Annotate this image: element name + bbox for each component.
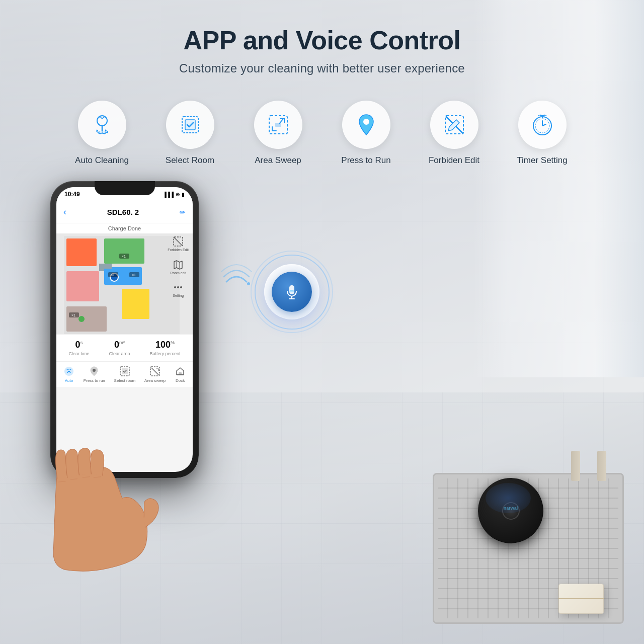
feature-forbiden-edit: Forbiden Edit <box>419 101 490 166</box>
hand-svg <box>15 439 186 584</box>
area-sweep-icon-circle <box>254 101 302 149</box>
map-area[interactable]: ×1 ×1 ×1 ×1 <box>56 233 193 334</box>
nav-area-label: Area sweep <box>144 378 166 383</box>
svg-text:×1: ×1 <box>111 273 115 277</box>
svg-text:×1: ×1 <box>122 255 126 258</box>
svg-rect-29 <box>99 264 104 271</box>
press-to-run-icon-circle <box>342 101 390 149</box>
status-time: 10:49 <box>64 191 80 198</box>
forbid-panel-icon <box>173 236 184 247</box>
forbiden-edit-panel[interactable]: Forbiden Edit <box>168 236 189 252</box>
voice-button-area <box>252 252 332 332</box>
voice-ripple <box>252 252 332 332</box>
timer-setting-icon-circle <box>518 101 567 149</box>
feature-press-to-run: Press to Run <box>331 101 401 166</box>
auto-cleaning-icon-circle <box>78 101 126 149</box>
auto-cleaning-label: Auto Cleaning <box>75 155 129 166</box>
area-icon <box>265 112 291 138</box>
select-room-icon-circle <box>166 101 214 149</box>
forbiden-edit-panel-label: Forbiden Edit <box>168 248 189 252</box>
room-nav-icon <box>119 366 130 377</box>
svg-rect-25 <box>66 271 99 301</box>
wifi-icon: ⊛ <box>176 192 180 197</box>
package-decoration <box>558 584 604 614</box>
stat-clear-area-value: 0m² <box>109 340 130 350</box>
stat-clear-area: 0m² Clear area <box>109 340 130 356</box>
svg-rect-23 <box>66 238 97 266</box>
nav-auto[interactable]: Auto <box>63 366 74 383</box>
svg-line-50 <box>70 369 71 370</box>
svg-text:×1: ×1 <box>71 313 75 317</box>
voice-button[interactable] <box>264 264 319 319</box>
auto-nav-icon <box>63 366 74 377</box>
feature-area-sweep: Area Sweep <box>243 101 313 166</box>
nav-auto-label: Auto <box>65 378 73 383</box>
page-subtitle: Customize your cleaning with better user… <box>10 61 634 75</box>
svg-line-19 <box>542 124 546 126</box>
svg-point-51 <box>93 369 96 372</box>
area-nav-icon <box>149 366 160 377</box>
forbid-icon <box>441 112 467 138</box>
charge-status: Charge Done <box>56 223 193 233</box>
app-header: ‹ SDL60. 2 ✏ <box>56 201 193 223</box>
stat-battery-label: Battery percent <box>149 351 180 356</box>
voice-button-inner <box>272 272 312 312</box>
nav-press-to-run[interactable]: Press to run <box>84 366 105 383</box>
nav-room-label: Select room <box>114 378 136 383</box>
nav-area-sweep[interactable]: Area sweep <box>144 366 166 383</box>
stat-battery-unit: % <box>171 340 175 345</box>
header-section: APP and Voice Control Customize your cle… <box>0 0 644 86</box>
hand-holding-phone <box>15 439 187 586</box>
floor-map: ×1 ×1 ×1 ×1 <box>64 236 180 334</box>
svg-point-13 <box>363 119 369 125</box>
page-title: APP and Voice Control <box>10 25 634 55</box>
svg-rect-27 <box>122 289 149 319</box>
robot-body: narwal <box>478 478 543 543</box>
svg-point-62 <box>247 282 250 285</box>
edit-button[interactable]: ✏ <box>180 208 186 216</box>
stat-area-unit: m² <box>119 340 125 345</box>
svg-point-46 <box>177 286 179 288</box>
room-edit-panel[interactable]: Room edit <box>170 259 186 275</box>
features-row: Auto Cleaning Select Room Area Sweep <box>0 86 644 176</box>
back-button[interactable]: ‹ <box>63 207 66 217</box>
svg-rect-24 <box>104 238 144 264</box>
phone-right-panel: Forbiden Edit Room edit <box>168 236 189 298</box>
phone-screen: 10:49 ▐▐▐ ⊛ ▮ ‹ SDL60. 2 ✏ Charge Done <box>56 187 193 472</box>
select-room-label: Select Room <box>166 155 214 166</box>
nav-press-label: Press to run <box>84 378 105 383</box>
status-icons: ▐▐▐ ⊛ ▮ <box>163 192 185 197</box>
nav-dock-label: Dock <box>176 378 185 383</box>
svg-point-32 <box>78 316 85 322</box>
stat-clear-time: 0s Clear time <box>68 340 89 356</box>
stat-time-unit: s <box>80 340 83 345</box>
svg-rect-12 <box>275 123 281 127</box>
svg-line-42 <box>174 237 182 246</box>
bottom-nav: Auto Press to run <box>56 361 193 387</box>
stat-clear-time-value: 0s <box>68 340 89 350</box>
press-to-run-label: Press to Run <box>341 155 390 166</box>
battery-icon: ▮ <box>182 192 185 197</box>
location-pin-icon <box>353 112 379 138</box>
nav-select-room[interactable]: Select room <box>114 366 136 383</box>
location-nav-icon <box>89 366 100 377</box>
svg-rect-30 <box>104 264 112 269</box>
svg-rect-28 <box>66 306 107 332</box>
svg-point-45 <box>174 286 176 288</box>
setting-panel-label: Setting <box>173 294 184 298</box>
stats-bar: 0s Clear time 0m² Clear area 100% <box>56 334 193 361</box>
stat-clear-area-label: Clear area <box>109 351 130 356</box>
microphone-icon <box>281 281 302 302</box>
phone-notch <box>95 181 155 195</box>
broom-icon <box>89 112 115 138</box>
svg-line-49 <box>67 369 68 370</box>
feature-auto-cleaning: Auto Cleaning <box>67 101 137 166</box>
svg-text:×1: ×1 <box>132 273 136 277</box>
room-icon <box>177 112 203 138</box>
phone-mockup: 10:49 ▐▐▐ ⊛ ▮ ‹ SDL60. 2 ✏ Charge Done <box>50 181 199 478</box>
setting-panel[interactable]: Setting <box>173 282 184 298</box>
robot-brand-label: narwal <box>504 506 518 546</box>
map-panel-icon <box>173 259 184 270</box>
nav-dock[interactable]: Dock <box>175 366 186 383</box>
dots-panel-icon <box>173 282 184 293</box>
